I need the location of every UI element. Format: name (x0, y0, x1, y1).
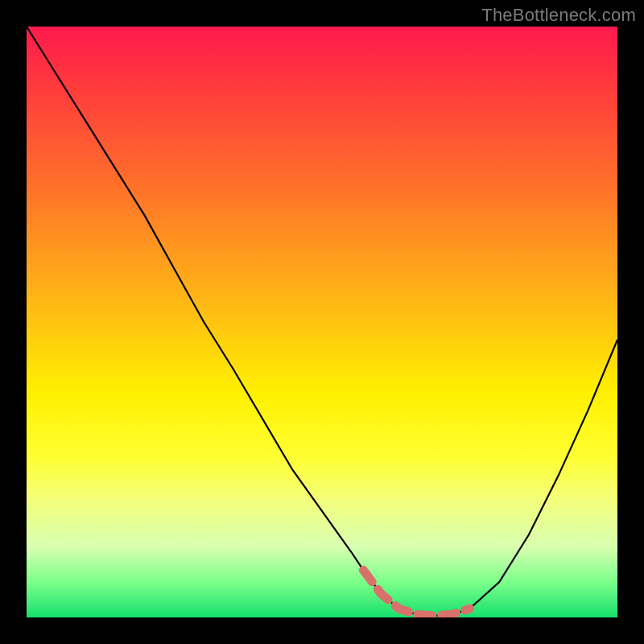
curve-path (27, 27, 617, 616)
watermark-text: TheBottleneck.com (481, 5, 636, 26)
plot-area (27, 27, 617, 617)
chart-frame: TheBottleneck.com (0, 0, 644, 644)
bottleneck-curve (27, 27, 617, 617)
optimal-range-highlight (363, 570, 469, 616)
